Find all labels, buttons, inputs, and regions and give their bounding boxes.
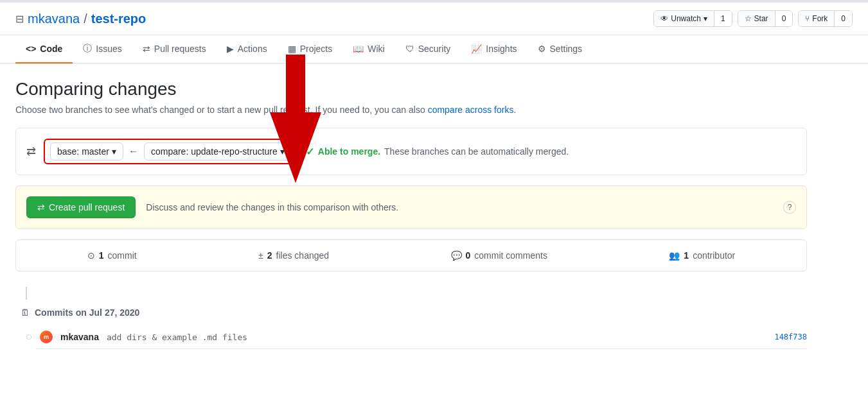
commit-message: add dirs & example .md files [107, 332, 766, 342]
files-count: 2 [267, 250, 272, 261]
tab-pull-requests[interactable]: ⇄ Pull requests [132, 35, 217, 64]
fork-button[interactable]: ⑂ Fork [799, 11, 834, 26]
merge-able-text: Able to merge. [318, 146, 380, 157]
commit-author[interactable]: mkavana [60, 332, 99, 342]
files-label: files changed [276, 250, 330, 261]
merge-description: These branches can be automatically merg… [384, 146, 569, 157]
tab-security-label: Security [418, 44, 451, 54]
commit-icon: ⊙ [87, 250, 95, 261]
repo-separator: / [84, 12, 87, 26]
contributors-label: contributor [693, 250, 735, 261]
page-description: Choose two branches to see what's change… [15, 105, 807, 115]
pull-requests-icon: ⇄ [143, 44, 150, 54]
tab-insights[interactable]: 📈 Insights [461, 35, 527, 64]
help-icon[interactable]: ? [783, 201, 796, 214]
page-title: Comparing changes [15, 79, 807, 99]
wiki-icon: 📖 [353, 44, 364, 54]
star-icon: ☆ [745, 14, 752, 23]
commit-sha-link[interactable]: 148f738 [774, 332, 807, 341]
create-pr-left: ⇄ Create pull request Discuss and review… [26, 196, 398, 218]
tab-settings-label: Settings [550, 44, 583, 54]
tab-wiki-label: Wiki [368, 44, 384, 54]
watch-label: Unwatch [671, 14, 701, 23]
commits-date: Commits on Jul 27, 2020 [35, 307, 139, 318]
tab-projects[interactable]: ▦ Projects [278, 35, 343, 64]
fork-icon: ⑂ [805, 14, 810, 23]
contributors-count: 1 [684, 250, 689, 261]
check-icon: ✓ [306, 146, 314, 158]
compare-box: base: master ▾ ← compare: update-repo-st… [44, 139, 298, 164]
tab-actions[interactable]: ▶ Actions [217, 35, 278, 64]
chevron-down-icon: ▾ [704, 14, 707, 23]
comments-stat: 💬 0 commit comments [451, 250, 547, 261]
tab-issues-label: Issues [96, 44, 121, 54]
compare-chevron-icon: ▾ [280, 146, 285, 157]
comments-count: 0 [466, 250, 471, 261]
compare-branch-select[interactable]: compare: update-repo-structure ▾ [144, 142, 292, 160]
contributor-icon: 👥 [669, 250, 680, 261]
commit-list: ⊙ m mkavana add dirs & example .md files… [36, 325, 807, 349]
stats-section: ⊙ 1 commit ± 2 files changed 💬 0 commit … [15, 239, 807, 271]
tab-code[interactable]: <> Code [15, 35, 73, 64]
fork-label: Fork [812, 14, 828, 23]
repo-icon: ⊟ [15, 13, 24, 25]
tab-pull-requests-label: Pull requests [154, 44, 206, 54]
code-icon: <> [26, 44, 36, 54]
watch-count: 1 [714, 11, 732, 26]
files-icon: ± [258, 250, 263, 261]
repo-actions: 👁 Unwatch ▾ 1 ☆ Star 0 ⑂ Fork 0 [653, 10, 853, 27]
commits-count: 1 [99, 250, 104, 261]
star-label: Star [754, 14, 768, 23]
star-group: ☆ Star 0 [738, 10, 793, 27]
star-button[interactable]: ☆ Star [738, 11, 775, 26]
compare-forks-link[interactable]: compare across forks. [428, 105, 517, 115]
page-desc-text: Choose two branches to see what's change… [15, 105, 425, 115]
compare-section: ⇄ base: master ▾ ← compare: update-repo-… [15, 128, 807, 175]
fork-group: ⑂ Fork 0 [798, 10, 853, 27]
comments-label: commit comments [474, 250, 547, 261]
eye-icon: 👁 [660, 14, 668, 23]
repo-owner-link[interactable]: mkavana [28, 12, 80, 26]
star-count: 0 [775, 11, 793, 26]
tab-insights-label: Insights [486, 44, 517, 54]
watch-button[interactable]: 👁 Unwatch ▾ [654, 11, 714, 26]
watch-group: 👁 Unwatch ▾ 1 [653, 10, 732, 27]
repo-title: ⊟ mkavana / test-repo [15, 12, 146, 26]
base-branch-label: base: master [57, 146, 109, 157]
avatar: m [40, 331, 53, 343]
compare-arrows-icon: ⇄ [26, 144, 36, 159]
create-pr-label: Create pull request [49, 202, 125, 212]
tab-security[interactable]: 🛡 Security [395, 35, 461, 64]
comments-icon: 💬 [451, 250, 462, 261]
base-chevron-icon: ▾ [112, 146, 116, 157]
create-pull-request-button[interactable]: ⇄ Create pull request [26, 196, 136, 218]
actions-icon: ▶ [227, 44, 234, 54]
files-stat: ± 2 files changed [258, 250, 329, 261]
tab-wiki[interactable]: 📖 Wiki [342, 35, 394, 64]
tab-code-label: Code [40, 44, 62, 54]
main-content: Comparing changes Choose two branches to… [0, 64, 822, 365]
contributors-stat: 👥 1 contributor [669, 250, 735, 261]
settings-icon: ⚙ [538, 44, 546, 54]
tab-actions-label: Actions [238, 44, 267, 54]
projects-icon: ▦ [288, 44, 296, 54]
table-row: ⊙ m mkavana add dirs & example .md files… [36, 325, 807, 349]
shield-icon: 🛡 [405, 44, 414, 54]
tab-issues[interactable]: ⓘ Issues [73, 35, 132, 64]
merge-status: ✓ Able to merge. These branches can be a… [306, 146, 569, 158]
commits-label: commit [108, 250, 137, 261]
commits-date-header: 🗓 Commits on Jul 27, 2020 [15, 307, 807, 318]
compare-branch-label: compare: update-repo-structure [151, 146, 278, 157]
tab-projects-label: Projects [300, 44, 333, 54]
pull-request-icon: ⇄ [37, 202, 45, 212]
issues-icon: ⓘ [83, 43, 92, 55]
create-pr-section: ⇄ Create pull request Discuss and review… [15, 185, 807, 229]
commit-calendar-icon: 🗓 [21, 307, 30, 318]
repo-name-link[interactable]: test-repo [91, 12, 146, 26]
left-arrow-icon: ← [128, 146, 139, 157]
tab-settings[interactable]: ⚙ Settings [527, 35, 593, 64]
base-branch-select[interactable]: base: master ▾ [50, 142, 123, 160]
commits-stat: ⊙ 1 commit [87, 250, 137, 261]
commit-dot-icon: ⊙ [26, 332, 32, 341]
timeline-header [15, 287, 807, 300]
